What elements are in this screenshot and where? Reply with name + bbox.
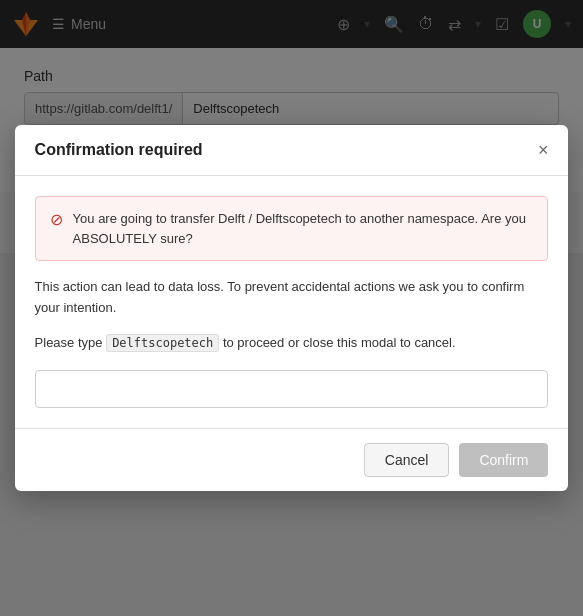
modal-overlay: Confirmation required × ⊘ You are going … <box>0 0 583 616</box>
confirm-button[interactable]: Confirm <box>459 443 548 477</box>
modal-close-button[interactable]: × <box>538 141 549 159</box>
alert-text: You are going to transfer Delft / Delfts… <box>73 209 534 248</box>
modal-header: Confirmation required × <box>15 125 569 176</box>
modal-footer: Cancel Confirm <box>15 428 569 491</box>
instruction-code: Delftscopetech <box>106 334 219 352</box>
confirmation-modal: Confirmation required × ⊘ You are going … <box>15 125 569 490</box>
modal-description: This action can lead to data loss. To pr… <box>35 277 549 319</box>
warning-alert: ⊘ You are going to transfer Delft / Delf… <box>35 196 549 261</box>
modal-title: Confirmation required <box>35 141 203 159</box>
instruction-after: to proceed or close this modal to cancel… <box>219 335 455 350</box>
instruction-before: Please type <box>35 335 107 350</box>
modal-body: ⊘ You are going to transfer Delft / Delf… <box>15 176 569 427</box>
warning-icon: ⊘ <box>50 210 63 229</box>
confirmation-input[interactable] <box>35 370 549 408</box>
cancel-button[interactable]: Cancel <box>364 443 450 477</box>
modal-instruction: Please type Delftscopetech to proceed or… <box>35 333 549 354</box>
